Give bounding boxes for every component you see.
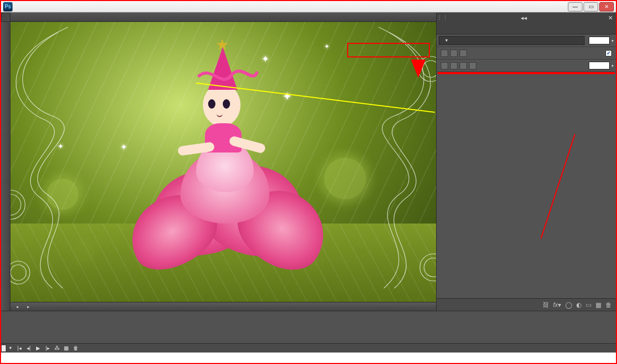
ruler-horizontal xyxy=(1,13,436,22)
window-titlebar: Ps — ▭ ✕ xyxy=(1,1,616,13)
status-bar: ▸ ▸ xyxy=(1,302,436,311)
doc-info-popup-icon[interactable]: ▸ xyxy=(27,304,29,309)
blend-mode-select[interactable]: ▼ xyxy=(439,36,585,45)
next-frame-button[interactable]: |▸ xyxy=(43,345,52,351)
maximize-button[interactable]: ▭ xyxy=(584,2,598,11)
watermark-highlight xyxy=(347,43,430,57)
fill-popup-icon[interactable]: ▸ xyxy=(612,63,614,68)
svg-point-7 xyxy=(424,258,436,277)
new-layer-icon[interactable]: ▦ xyxy=(596,301,601,309)
canvas[interactable]: ✦ ✦ ✦ ✦ ✦ xyxy=(10,22,436,302)
panel-collapse-icon[interactable]: ◂◂ xyxy=(518,15,530,21)
callout-arrow xyxy=(411,60,426,78)
fairy-illustration xyxy=(178,62,267,192)
loop-popup-icon[interactable]: ▼ xyxy=(8,346,13,350)
unify-visibility-icon[interactable] xyxy=(450,50,458,57)
ruler-vertical xyxy=(1,22,10,311)
layers-footer: ⛓ fx▾ ◯ ◐ ▭ ▦ 🗑 xyxy=(437,298,616,311)
delete-layer-icon[interactable]: 🗑 xyxy=(605,301,612,309)
tween-button[interactable]: ⁂ xyxy=(52,345,62,351)
unify-position-icon[interactable] xyxy=(441,50,448,57)
propagate-checkbox[interactable]: ✔ xyxy=(605,50,612,56)
delete-frame-button[interactable]: 🗑 xyxy=(71,345,81,351)
layer-fx-icon[interactable]: fx▾ xyxy=(553,301,561,309)
layers-panel: ⋮⋮ ◂◂ ✕ ▼ ▸ ✔ xyxy=(436,13,616,311)
panel-close-icon[interactable]: ✕ xyxy=(605,15,616,21)
lock-position-icon[interactable] xyxy=(460,62,467,69)
animation-timeline: ▼ |◂ ◂| ▶ |▸ ⁂ ▦ 🗑 xyxy=(1,311,616,353)
panel-tabs xyxy=(437,23,616,34)
link-layers-icon[interactable]: ⛓ xyxy=(543,301,549,309)
loop-select[interactable] xyxy=(1,345,6,352)
minimize-button[interactable]: — xyxy=(568,2,582,11)
unify-style-icon[interactable] xyxy=(460,50,467,57)
frame-ornament-left xyxy=(10,22,94,293)
opacity-field[interactable] xyxy=(589,37,610,44)
prev-frame-button[interactable]: ◂| xyxy=(24,345,33,351)
adjustment-layer-icon[interactable]: ◐ xyxy=(576,301,581,309)
svg-point-3 xyxy=(10,265,26,280)
duplicate-frame-button[interactable]: ▦ xyxy=(62,345,71,351)
highlighted-layer-group xyxy=(438,72,615,74)
new-group-icon[interactable]: ▭ xyxy=(586,301,591,309)
play-button[interactable]: ▶ xyxy=(33,345,43,351)
zoom-popup-icon[interactable]: ▸ xyxy=(17,304,19,309)
svg-point-1 xyxy=(10,194,21,215)
close-button[interactable]: ✕ xyxy=(599,2,614,11)
opacity-popup-icon[interactable]: ▸ xyxy=(612,38,614,43)
lock-transparency-icon[interactable] xyxy=(441,62,448,69)
photoshop-icon: Ps xyxy=(3,2,13,11)
lock-all-icon[interactable] xyxy=(469,62,476,69)
first-frame-button[interactable]: |◂ xyxy=(15,345,24,351)
layer-mask-icon[interactable]: ◯ xyxy=(565,301,572,309)
panel-grip-icon[interactable]: ⋮⋮ xyxy=(437,15,443,21)
canvas-area: ✦ ✦ ✦ ✦ ✦ xyxy=(1,13,436,311)
ruler-corner xyxy=(1,13,10,22)
fill-field[interactable] xyxy=(589,62,610,69)
svg-point-2 xyxy=(10,261,30,284)
lock-pixels-icon[interactable] xyxy=(450,62,458,69)
